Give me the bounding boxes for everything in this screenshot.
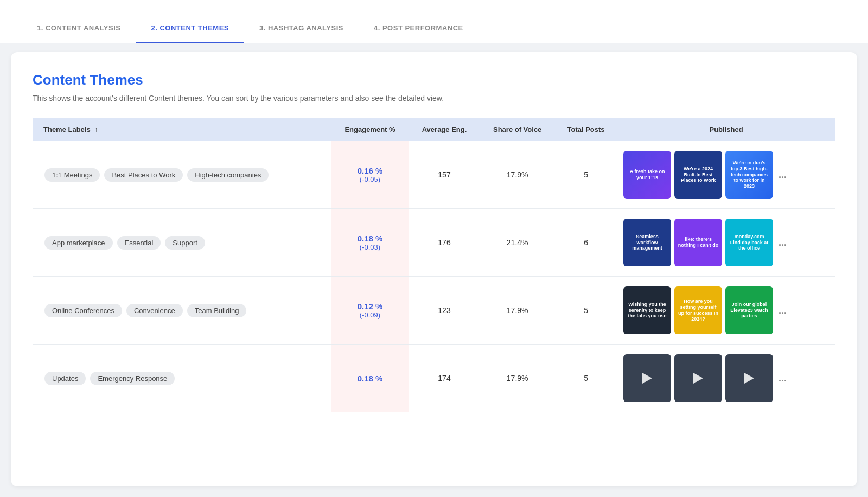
published-cell: ...: [617, 345, 835, 412]
thumbnail-3-0[interactable]: [623, 354, 671, 402]
main-card: Content Themes This shows the account's …: [11, 52, 857, 486]
theme-tag[interactable]: Updates: [44, 372, 86, 385]
theme-tag[interactable]: Team Building: [187, 304, 247, 317]
thumbnail-text: A fresh take on your 1:1s: [623, 151, 671, 199]
overflow-indicator: ...: [776, 373, 789, 384]
avg-engagement-cell: 123: [409, 277, 480, 345]
table-row: App marketplaceEssentialSupport0.18 %(-0…: [33, 209, 835, 277]
avg-engagement-cell: 157: [409, 141, 480, 209]
table-row: UpdatesEmergency Response0.18 %17417.9%5…: [33, 345, 835, 412]
theme-tag[interactable]: Online Conferences: [44, 304, 122, 317]
theme-tag[interactable]: Essential: [117, 236, 161, 250]
thumbnail-2-1[interactable]: How are you setting yourself up for succ…: [674, 286, 722, 334]
thumbnail-0-1[interactable]: We're a 2024 Built-In Best Places to Wor…: [674, 151, 722, 199]
content-themes-table: Theme Labels ↑ Engagement % Average Eng.…: [33, 118, 835, 412]
thumbnail-1-2[interactable]: monday.com Find day back at the office: [725, 219, 773, 266]
thumbnail-text: We're a 2024 Built-In Best Places to Wor…: [674, 151, 722, 199]
engagement-cell: 0.16 %(-0.05): [331, 141, 409, 209]
col-published[interactable]: Published: [617, 118, 835, 141]
engagement-cell: 0.18 %: [331, 345, 409, 412]
col-total-posts[interactable]: Total Posts: [555, 118, 617, 141]
play-button-icon: [674, 354, 722, 402]
avg-engagement-cell: 176: [409, 209, 480, 277]
theme-tag[interactable]: Support: [165, 236, 205, 250]
thumbnail-0-0[interactable]: A fresh take on your 1:1s: [623, 151, 671, 199]
section-title: Content Themes: [33, 72, 835, 88]
engagement-percent: 0.18 %: [337, 234, 402, 243]
table-row: 1:1 MeetingsBest Places to WorkHigh-tech…: [33, 141, 835, 209]
tab-post-performance[interactable]: 4. POST PERFORMANCE: [359, 14, 478, 43]
thumbnail-text: Seamless workflow management: [623, 219, 671, 266]
total-posts-cell: 5: [555, 141, 617, 209]
theme-tag[interactable]: High-tech companies: [187, 168, 269, 182]
overflow-indicator: ...: [776, 305, 789, 316]
table-row: Online ConferencesConvenienceTeam Buildi…: [33, 277, 835, 345]
play-button-icon: [725, 354, 773, 402]
sort-arrow-icon: ↑: [94, 126, 98, 133]
engagement-percent: 0.12 %: [337, 302, 402, 311]
theme-labels-cell: 1:1 MeetingsBest Places to WorkHigh-tech…: [33, 141, 331, 209]
theme-tag[interactable]: Emergency Response: [90, 372, 175, 385]
thumbnail-1-1[interactable]: like: there's nothing I can't do: [674, 219, 722, 266]
thumbnail-2-2[interactable]: Join our global Elevate23 watch parties: [725, 286, 773, 334]
overflow-indicator: ...: [776, 237, 789, 248]
col-share-voice[interactable]: Share of Voice: [480, 118, 555, 141]
col-engagement[interactable]: Engagement %: [331, 118, 409, 141]
engagement-delta: (-0.03): [337, 243, 402, 251]
theme-tag[interactable]: Best Places to Work: [104, 168, 183, 182]
share-of-voice-cell: 17.9%: [480, 345, 555, 412]
section-description: This shows the account's different Conte…: [33, 94, 835, 103]
thumbnail-text: Wishing you the serenity to keep the tab…: [623, 286, 671, 334]
total-posts-cell: 6: [555, 209, 617, 277]
thumbnail-text: like: there's nothing I can't do: [674, 219, 722, 266]
play-button-icon: [623, 354, 671, 402]
overflow-indicator: ...: [776, 169, 789, 181]
total-posts-cell: 5: [555, 345, 617, 412]
published-cell: Wishing you the serenity to keep the tab…: [617, 277, 835, 345]
tab-hashtag-analysis[interactable]: 3. HASHTAG ANALYSIS: [244, 14, 359, 43]
engagement-percent: 0.16 %: [337, 166, 402, 175]
col-theme-labels[interactable]: Theme Labels ↑: [33, 118, 331, 141]
avg-engagement-cell: 174: [409, 345, 480, 412]
share-of-voice-cell: 21.4%: [480, 209, 555, 277]
tab-content-analysis[interactable]: 1. CONTENT ANALYSIS: [22, 14, 136, 43]
thumbnail-0-2[interactable]: We're in dun's top 3 Best high-tech comp…: [725, 151, 773, 199]
theme-labels-cell: Online ConferencesConvenienceTeam Buildi…: [33, 277, 331, 345]
col-avg-eng[interactable]: Average Eng.: [409, 118, 480, 141]
theme-tag[interactable]: 1:1 Meetings: [44, 168, 100, 182]
share-of-voice-cell: 17.9%: [480, 141, 555, 209]
thumbnail-text: Join our global Elevate23 watch parties: [725, 286, 773, 334]
thumbnail-2-0[interactable]: Wishing you the serenity to keep the tab…: [623, 286, 671, 334]
tabs-bar: 1. CONTENT ANALYSIS 2. CONTENT THEMES 3.…: [0, 0, 868, 43]
thumbnail-3-1[interactable]: [674, 354, 722, 402]
tab-content-themes[interactable]: 2. CONTENT THEMES: [136, 14, 244, 43]
total-posts-cell: 5: [555, 277, 617, 345]
published-cell: A fresh take on your 1:1sWe're a 2024 Bu…: [617, 141, 835, 209]
engagement-cell: 0.18 %(-0.03): [331, 209, 409, 277]
thumbnail-text: monday.com Find day back at the office: [725, 219, 773, 266]
engagement-percent: 0.18 %: [337, 374, 402, 383]
table-header-row: Theme Labels ↑ Engagement % Average Eng.…: [33, 118, 835, 141]
theme-tag[interactable]: App marketplace: [44, 236, 113, 250]
thumbnail-text: How are you setting yourself up for succ…: [674, 286, 722, 334]
thumbnail-text: We're in dun's top 3 Best high-tech comp…: [725, 151, 773, 199]
engagement-delta: (-0.09): [337, 311, 402, 319]
share-of-voice-cell: 17.9%: [480, 277, 555, 345]
thumbnail-3-2[interactable]: [725, 354, 773, 402]
theme-tag[interactable]: Convenience: [126, 304, 183, 317]
theme-labels-cell: UpdatesEmergency Response: [33, 345, 331, 412]
engagement-cell: 0.12 %(-0.09): [331, 277, 409, 345]
published-cell: Seamless workflow managementlike: there'…: [617, 209, 835, 277]
thumbnail-1-0[interactable]: Seamless workflow management: [623, 219, 671, 266]
engagement-delta: (-0.05): [337, 175, 402, 183]
theme-labels-cell: App marketplaceEssentialSupport: [33, 209, 331, 277]
